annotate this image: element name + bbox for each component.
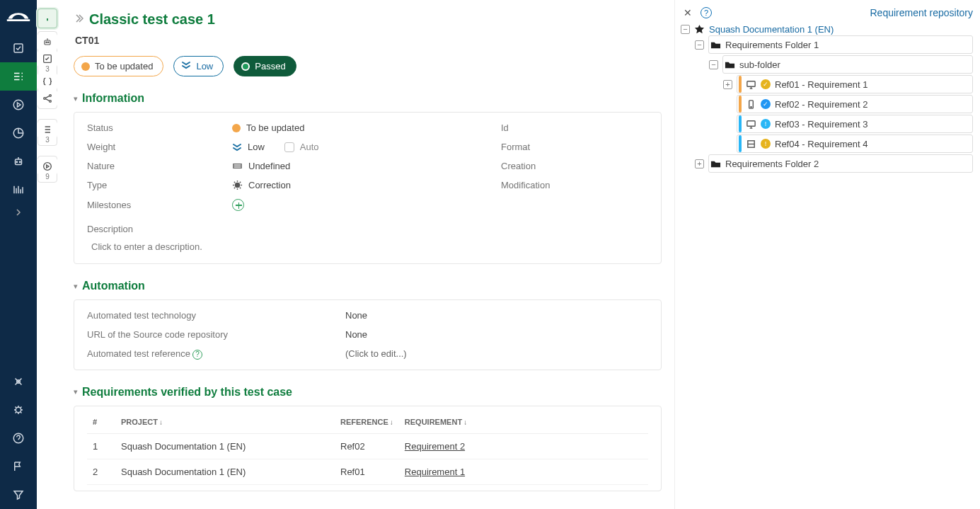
tree: − Squash Documentation 1 (EN) − Requirem… xyxy=(681,24,973,173)
tree-item[interactable]: ! Ref03 - Requirement 3 xyxy=(737,115,973,133)
rail-group-3: 9 xyxy=(38,156,57,183)
nav-automation[interactable] xyxy=(0,147,37,176)
status-icon: ! xyxy=(761,119,771,129)
svg-point-16 xyxy=(50,101,52,103)
nav-testcases[interactable] xyxy=(0,62,37,91)
tree-toggle[interactable]: − xyxy=(695,40,704,50)
collapse-tree-icon[interactable] xyxy=(74,13,83,25)
description-label: Description xyxy=(87,224,648,234)
rail-automation[interactable] xyxy=(38,33,57,50)
auto-tech-value[interactable]: None xyxy=(345,310,648,321)
svg-point-9 xyxy=(13,433,23,443)
star-icon xyxy=(694,24,705,35)
svg-point-5 xyxy=(16,161,18,163)
modification-label: Modification xyxy=(501,180,586,190)
requirement-link[interactable]: Requirement 2 xyxy=(405,441,465,452)
creation-label: Creation xyxy=(501,161,586,171)
nav-custom[interactable] xyxy=(0,176,37,204)
tree-folder[interactable]: sub-folder xyxy=(722,55,973,74)
svg-rect-23 xyxy=(747,120,755,126)
detail-rail: 3 3 9 xyxy=(35,0,59,509)
exec-dot-icon xyxy=(241,62,250,71)
rail-group-1: 3 xyxy=(38,31,57,109)
svg-point-15 xyxy=(50,95,52,97)
auto-ref-value[interactable]: (Click to edit...) xyxy=(345,348,648,360)
id-label: Id xyxy=(501,122,586,133)
weight-badge[interactable]: Low xyxy=(173,56,224,76)
svg-rect-0 xyxy=(7,19,30,21)
mobile-icon xyxy=(746,99,756,110)
folder-icon xyxy=(710,40,721,50)
svg-point-14 xyxy=(44,98,46,100)
folder-icon xyxy=(725,59,735,70)
information-section-toggle[interactable]: ▾Information xyxy=(74,92,662,105)
type-value[interactable]: Correction xyxy=(232,180,501,190)
requirements-section-toggle[interactable]: ▾Requirements verified by this test case xyxy=(74,386,662,399)
tree-root[interactable]: Squash Documentation 1 (EN) xyxy=(709,24,834,35)
close-panel-button[interactable]: ✕ xyxy=(681,7,695,18)
tree-folder[interactable]: Requirements Folder 2 xyxy=(708,154,973,173)
tree-toggle[interactable]: + xyxy=(723,80,732,89)
sidebar-expand[interactable] xyxy=(0,204,37,221)
type-label: Type xyxy=(87,180,232,190)
help-icon[interactable]: ? xyxy=(192,350,202,360)
rail-params[interactable] xyxy=(38,73,57,90)
nav-filter[interactable] xyxy=(0,481,37,509)
table-row[interactable]: 1 Squash Documentation 1 (EN) Ref02 Requ… xyxy=(87,433,648,459)
tree-toggle[interactable]: + xyxy=(695,159,704,168)
execution-badge[interactable]: Passed xyxy=(234,56,296,76)
requirement-link[interactable]: Requirement 1 xyxy=(405,467,465,477)
svg-point-11 xyxy=(46,42,47,42)
repository-link[interactable]: Requirement repository xyxy=(870,7,973,18)
add-milestone-button[interactable] xyxy=(232,199,244,211)
tree-folder[interactable]: Requirements Folder 1 xyxy=(708,35,973,54)
nav-campaigns[interactable] xyxy=(0,91,37,119)
folder-icon xyxy=(710,159,721,169)
col-project[interactable]: PROJECT↓ xyxy=(115,411,335,434)
format-label: Format xyxy=(501,142,586,152)
auto-repo-value[interactable]: None xyxy=(345,329,648,340)
weight-value[interactable]: Low Auto xyxy=(232,142,501,152)
status-icon: ✓ xyxy=(761,99,771,109)
panel-help-icon[interactable]: ? xyxy=(701,7,712,18)
main-sidebar xyxy=(0,0,37,509)
nav-admin[interactable] xyxy=(0,367,37,396)
tree-toggle[interactable]: − xyxy=(709,60,718,69)
col-ref[interactable]: REFERENCE↓ xyxy=(335,411,399,434)
nature-value[interactable]: Undefined xyxy=(232,161,501,171)
nav-help[interactable] xyxy=(0,424,37,452)
rail-info[interactable] xyxy=(38,8,57,28)
automation-section-toggle[interactable]: ▾Automation xyxy=(74,280,662,292)
nav-flag[interactable] xyxy=(0,452,37,481)
exec-badge-label: Passed xyxy=(255,61,285,72)
col-num[interactable]: # xyxy=(87,411,115,434)
status-badge[interactable]: To be updated xyxy=(74,56,163,76)
status-value[interactable]: To be updated xyxy=(232,122,501,133)
nature-label: Nature xyxy=(87,161,232,171)
requirements-heading: Requirements verified by this test case xyxy=(82,386,292,399)
tree-panel: ✕ ? Requirement repository − Squash Docu… xyxy=(674,0,980,509)
nav-bugs[interactable] xyxy=(0,396,37,424)
status-label: Status xyxy=(87,122,232,133)
svg-point-22 xyxy=(751,106,751,107)
monitor-icon xyxy=(746,79,756,90)
weight-icon xyxy=(181,60,191,72)
svg-rect-1 xyxy=(14,44,23,52)
status-badges: To be updated Low Passed xyxy=(74,56,662,76)
tree-item[interactable]: ✓ Ref02 - Requirement 2 xyxy=(737,95,973,113)
table-row[interactable]: 2 Squash Documentation 1 (EN) Ref01 Requ… xyxy=(87,459,648,484)
nav-reports[interactable] xyxy=(0,119,37,147)
tree-toggle[interactable]: − xyxy=(681,25,690,34)
svg-point-17 xyxy=(44,163,52,171)
tree-item[interactable]: ! Ref04 - Requirement 4 xyxy=(737,135,973,153)
description-input[interactable]: Click to enter a description. xyxy=(91,241,648,252)
nav-home[interactable] xyxy=(0,34,37,62)
rail-steps-count: 3 xyxy=(45,66,50,73)
auto-repo-label: URL of the Source code repository xyxy=(87,329,345,340)
information-heading: Information xyxy=(82,92,144,105)
auto-checkbox[interactable] xyxy=(284,142,294,152)
tree-item[interactable]: ✓ Ref01 - Requirement 1 xyxy=(737,75,973,93)
rail-share[interactable] xyxy=(38,90,57,107)
page-title: Classic test case 1 xyxy=(89,11,215,28)
col-req[interactable]: REQUIREMENT↓ xyxy=(399,411,648,434)
